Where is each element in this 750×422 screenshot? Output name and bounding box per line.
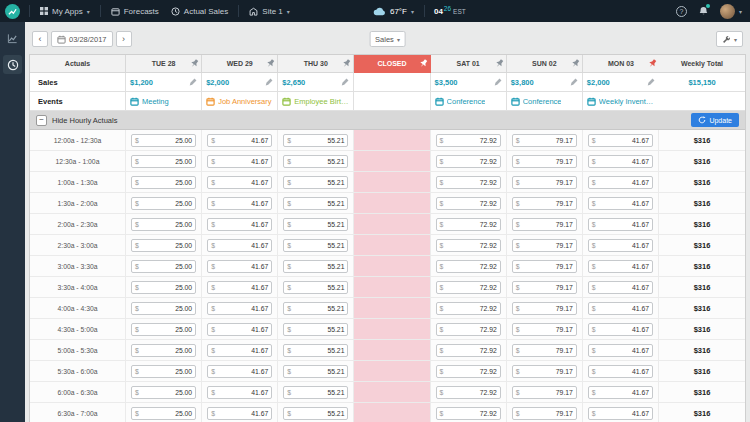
hourly-sales-input[interactable]: $25.00 <box>131 344 196 357</box>
hourly-sales-input[interactable]: $72.92 <box>436 281 501 294</box>
edit-icon[interactable] <box>341 78 349 86</box>
daily-sales-cell[interactable]: $3,800 <box>507 73 583 92</box>
hourly-sales-input[interactable]: $41.67 <box>207 260 272 273</box>
hourly-sales-input[interactable]: $41.67 <box>588 302 653 315</box>
hourly-sales-input[interactable]: $72.92 <box>436 134 501 147</box>
hourly-sales-input[interactable]: $55.21 <box>283 218 348 231</box>
hourly-sales-input[interactable]: $55.21 <box>283 323 348 336</box>
hourly-sales-input[interactable]: $41.67 <box>207 386 272 399</box>
sidebar-item-actual-sales[interactable] <box>3 55 22 74</box>
hourly-sales-input[interactable]: $41.67 <box>588 344 653 357</box>
hourly-sales-input[interactable]: $79.17 <box>512 386 577 399</box>
hourly-sales-input[interactable]: $55.21 <box>283 239 348 252</box>
pin-icon[interactable] <box>266 59 275 68</box>
hourly-sales-input[interactable]: $25.00 <box>131 218 196 231</box>
hourly-sales-input[interactable]: $41.67 <box>588 365 653 378</box>
event-cell[interactable]: Conference <box>431 92 507 111</box>
hourly-sales-input[interactable]: $72.92 <box>436 386 501 399</box>
hourly-sales-input[interactable]: $41.67 <box>207 134 272 147</box>
event-cell[interactable]: Meeting <box>126 92 202 111</box>
edit-icon[interactable] <box>494 78 502 86</box>
daily-sales-cell[interactable]: $1,200 <box>126 73 202 92</box>
hourly-sales-input[interactable]: $79.17 <box>512 260 577 273</box>
hourly-sales-input[interactable]: $79.17 <box>512 344 577 357</box>
notifications-button[interactable] <box>693 0 714 22</box>
hourly-sales-input[interactable]: $55.21 <box>283 155 348 168</box>
hourly-sales-input[interactable]: $55.21 <box>283 176 348 189</box>
daily-sales-cell[interactable]: $3,500 <box>431 73 507 92</box>
my-apps-menu[interactable]: My Apps ▾ <box>34 0 96 22</box>
hourly-sales-input[interactable]: $25.00 <box>131 281 196 294</box>
hourly-sales-input[interactable]: $79.17 <box>512 176 577 189</box>
hourly-sales-input[interactable]: $79.17 <box>512 197 577 210</box>
hourly-sales-input[interactable]: $72.92 <box>436 344 501 357</box>
hourly-sales-input[interactable]: $55.21 <box>283 197 348 210</box>
hourly-sales-input[interactable]: $41.67 <box>588 386 653 399</box>
hourly-sales-input[interactable]: $72.92 <box>436 155 501 168</box>
hourly-sales-input[interactable]: $72.92 <box>436 197 501 210</box>
event-cell[interactable]: Weekly Inventory ... <box>583 92 659 111</box>
edit-icon[interactable] <box>570 78 578 86</box>
hourly-sales-input[interactable]: $55.21 <box>283 407 348 420</box>
event-cell[interactable]: Job Anniversary <box>202 92 278 111</box>
hourly-sales-input[interactable]: $55.21 <box>283 365 348 378</box>
nav-actual-sales[interactable]: Actual Sales <box>165 0 234 22</box>
hourly-sales-input[interactable]: $55.21 <box>283 344 348 357</box>
hourly-sales-input[interactable]: $25.00 <box>131 407 196 420</box>
weather-widget[interactable]: 67°F ▾ <box>367 0 420 22</box>
daily-sales-cell[interactable]: $2,650 <box>278 73 354 92</box>
hourly-sales-input[interactable]: $41.67 <box>207 239 272 252</box>
hourly-sales-input[interactable]: $79.17 <box>512 407 577 420</box>
hourly-sales-input[interactable]: $41.67 <box>207 323 272 336</box>
hourly-sales-input[interactable]: $25.00 <box>131 365 196 378</box>
hourly-sales-input[interactable]: $79.17 <box>512 134 577 147</box>
pin-icon[interactable] <box>648 59 657 68</box>
settings-dropdown[interactable]: ▾ <box>716 31 743 47</box>
hourly-sales-input[interactable]: $41.67 <box>588 281 653 294</box>
sidebar-item-forecasts[interactable] <box>3 29 22 48</box>
hourly-sales-input[interactable]: $41.67 <box>588 155 653 168</box>
hourly-sales-input[interactable]: $25.00 <box>131 155 196 168</box>
hourly-sales-input[interactable]: $41.67 <box>207 155 272 168</box>
hourly-sales-input[interactable]: $41.67 <box>588 176 653 189</box>
hourly-sales-input[interactable]: $25.00 <box>131 386 196 399</box>
hourly-sales-input[interactable]: $72.92 <box>436 365 501 378</box>
hourly-sales-input[interactable]: $41.67 <box>207 176 272 189</box>
hourly-sales-input[interactable]: $79.17 <box>512 281 577 294</box>
hourly-sales-input[interactable]: $79.17 <box>512 323 577 336</box>
hourly-sales-input[interactable]: $41.67 <box>207 281 272 294</box>
hourly-sales-input[interactable]: $25.00 <box>131 302 196 315</box>
event-cell[interactable]: Conference <box>507 92 583 111</box>
app-logo[interactable] <box>5 4 20 19</box>
update-button[interactable]: Update <box>691 113 739 127</box>
hourly-sales-input[interactable]: $25.00 <box>131 239 196 252</box>
hourly-sales-input[interactable]: $41.67 <box>207 344 272 357</box>
help-button[interactable]: ? <box>670 0 693 22</box>
edit-icon[interactable] <box>265 78 273 86</box>
hourly-sales-input[interactable]: $72.92 <box>436 260 501 273</box>
event-cell[interactable]: Employee Birthday <box>278 92 354 111</box>
hourly-sales-input[interactable]: $55.21 <box>283 134 348 147</box>
hourly-sales-input[interactable]: $41.67 <box>588 260 653 273</box>
hourly-sales-input[interactable]: $72.92 <box>436 176 501 189</box>
hourly-sales-input[interactable]: $72.92 <box>436 218 501 231</box>
hourly-sales-input[interactable]: $72.92 <box>436 239 501 252</box>
prev-day-button[interactable]: ‹ <box>32 31 48 47</box>
hourly-sales-input[interactable]: $41.67 <box>207 197 272 210</box>
hourly-sales-input[interactable]: $25.00 <box>131 134 196 147</box>
date-picker[interactable]: 03/28/2017 <box>51 31 113 47</box>
pin-icon[interactable] <box>571 59 580 68</box>
hourly-sales-input[interactable]: $41.67 <box>588 197 653 210</box>
hourly-sales-input[interactable]: $41.67 <box>588 407 653 420</box>
hourly-sales-input[interactable]: $79.17 <box>512 218 577 231</box>
hourly-sales-input[interactable]: $25.00 <box>131 176 196 189</box>
hourly-sales-input[interactable]: $55.21 <box>283 281 348 294</box>
hourly-sales-input[interactable]: $41.67 <box>207 365 272 378</box>
hourly-sales-input[interactable]: $55.21 <box>283 386 348 399</box>
hourly-sales-input[interactable]: $41.67 <box>207 218 272 231</box>
view-dropdown[interactable]: Sales ▾ <box>369 31 406 47</box>
hourly-sales-input[interactable]: $79.17 <box>512 365 577 378</box>
hourly-sales-input[interactable]: $41.67 <box>588 134 653 147</box>
hourly-sales-input[interactable]: $72.92 <box>436 302 501 315</box>
user-menu[interactable]: ▾ <box>714 0 750 22</box>
